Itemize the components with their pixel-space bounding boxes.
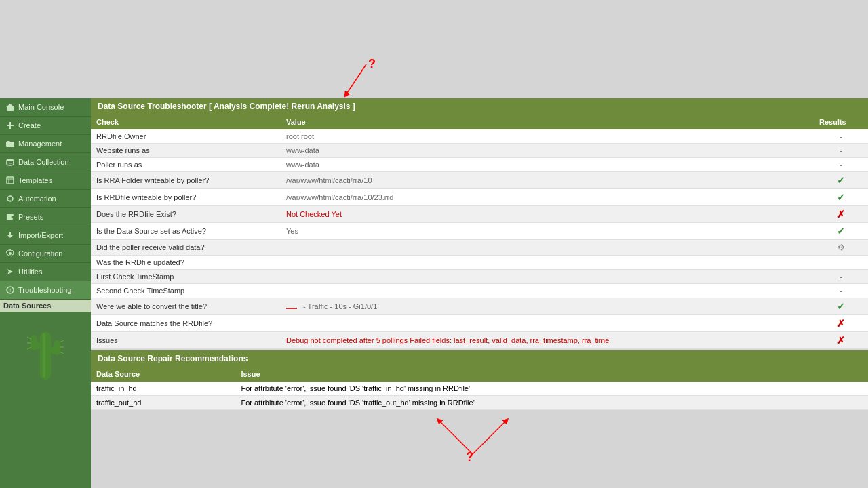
template-icon [5,176,15,185]
cactus-logo [22,319,69,386]
value-cell: - Traffic - 10s - Gi1/0/1 [281,298,814,315]
svg-line-1 [346,64,366,95]
sidebar-item-label: Automation [18,195,56,203]
sidebar-item-label: Templates [18,176,52,184]
repair-table-header: Data Source Issue [91,367,868,382]
check-cell: Were we able to convert the title? [91,298,281,315]
svg-line-25 [27,347,31,349]
check-cell: Was the RRDfile updated? [91,256,281,270]
check-green-icon: ✓ [837,301,845,312]
table-row: Did the poller receive valid data?⚙ [91,240,868,256]
sidebar-item-import-export[interactable]: Import/Export [0,226,91,245]
data-icon [5,157,15,167]
value-cell: www-data [281,158,814,172]
sidebar-item-utilities[interactable]: Utilities [0,263,91,281]
sidebar-item-automation[interactable]: Automation [0,190,91,208]
import-icon [5,230,15,240]
table-row: traffic_in_hdFor attrbitute 'error', iss… [91,382,868,396]
sidebar-item-data-collection[interactable]: Data Collection [0,153,91,171]
value-cell: Yes [281,223,814,240]
result-cell: ✗ [814,206,868,223]
value-cell [281,240,814,256]
table-row: Website runs aswww-data- [91,144,868,158]
check-cell: Is RRDfile writeable by poller? [91,189,281,206]
table-row: Second Check TimeStamp- [91,284,868,298]
check-cell: RRDfile Owner [91,129,281,144]
svg-rect-13 [7,216,12,218]
col-value: Value [281,115,814,129]
content-area: Data Source Troubleshooter [ Analysis Co… [91,98,868,488]
result-cell: ✗ [814,332,868,349]
svg-line-23 [27,337,31,339]
sidebar-item-label: Data Collection [18,158,69,166]
check-green-icon: ✓ [837,226,845,237]
check-cell: Does the RRDfile Exist? [91,206,281,223]
result-cell: - [814,270,868,284]
value-cell [281,256,814,270]
auto-icon [5,194,15,203]
value-cell: /var/www/html/cacti/rra/10 [281,172,814,189]
result-cell: ✓ [814,298,868,315]
svg-point-15 [9,252,12,255]
issue-cell: For attrbitute 'error', issue found 'DS … [235,396,868,410]
check-cell: First Check TimeStamp [91,270,281,284]
check-cell: Second Check TimeStamp [91,284,281,298]
value-cell: www-data [281,144,814,158]
dash-indicator: - [840,146,842,155]
table-row: traffic_out_hdFor attrbitute 'error', is… [91,396,868,410]
check-table: Check Value Results RRDfile Ownerroot:ro… [91,115,868,349]
svg-text:!: ! [9,287,11,293]
folder-icon [5,139,15,148]
dash-indicator: - [840,132,842,140]
svg-line-33 [473,420,507,454]
result-cell [814,256,868,270]
preset-icon [5,212,15,222]
value-cell: Debug not completed after 5 pollings Fai… [281,332,814,349]
svg-rect-3 [7,106,14,111]
plus-icon [5,121,15,130]
troubleshooter-header: Data Source Troubleshooter [ Analysis Co… [91,98,868,115]
dash-indicator: - [840,272,842,281]
bottom-annotation-svg: ? [91,410,868,464]
check-red-icon: ✗ [837,335,845,346]
value-cell: Not Checked Yet [281,206,814,223]
config-icon [5,249,15,258]
value-cell: root:root [281,129,814,144]
result-cell: - [814,158,868,172]
check-red-icon: ✗ [837,318,845,329]
table-row: Is the Data Source set as Active?Yes✓ [91,223,868,240]
value-cell [281,270,814,284]
svg-rect-8 [7,177,14,184]
sidebar-item-presets[interactable]: Presets [0,208,91,226]
svg-line-32 [439,420,473,454]
sidebar-item-templates[interactable]: Templates [0,171,91,190]
table-row: Data Source matches the RRDfile?✗ [91,315,868,332]
table-row: Is RRA Folder writeable by poller?/var/w… [91,172,868,189]
result-cell: - [814,129,868,144]
check-table-header: Check Value Results [91,115,868,129]
sidebar-item-label: Main Console [18,103,64,111]
result-cell: ✓ [814,189,868,206]
sidebar-item-create[interactable]: Create [0,117,91,135]
svg-point-7 [7,159,14,161]
result-cell: - [814,284,868,298]
check-cell: Is RRA Folder writeable by poller? [91,172,281,189]
svg-rect-12 [7,214,14,216]
sidebar-item-main-console[interactable]: Main Console [0,98,91,117]
check-green-icon: ✓ [837,175,845,186]
result-cell: ✓ [814,223,868,240]
table-row: Does the RRDfile Exist?Not Checked Yet✗ [91,206,868,223]
value-cell [281,284,814,298]
sidebar-item-management[interactable]: Management [0,135,91,153]
check-cell: Did the poller receive valid data? [91,240,281,256]
sidebar-item-configuration[interactable]: Configuration [0,245,91,263]
svg-text:?: ? [368,58,376,70]
result-cell: ⚙ [814,240,868,256]
check-red-icon: ✗ [837,209,845,220]
sidebar-item-label: Troubleshooting [18,286,71,294]
check-cell: Data Source matches the RRDfile? [91,315,281,332]
sidebar-item-troubleshooting[interactable]: ! Troubleshooting [0,281,91,300]
repair-header: Data Source Repair Recommendations [91,350,868,367]
data-sources-label: Data Sources [0,300,91,312]
title-badge [286,308,297,309]
